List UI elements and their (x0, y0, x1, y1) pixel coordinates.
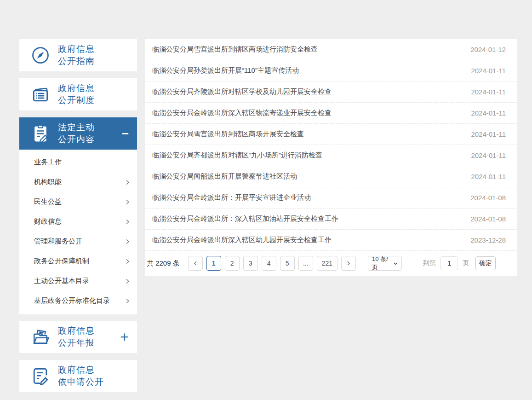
submenu-label: 政务公开保障机制 (34, 257, 89, 266)
document-pencil-icon (30, 366, 51, 386)
chevron-right-icon (124, 238, 131, 245)
news-link[interactable]: 临淄公安分局雪宫派出所到辖区商场开展安全检查 (152, 130, 462, 139)
submenu-label: 民生公益 (34, 197, 62, 206)
submenu-item-management-service[interactable]: 管理和服务公开 (19, 232, 137, 251)
chevron-down-icon (393, 261, 398, 266)
news-link[interactable]: 临淄公安分局金岭派出所深入辖区物流寄递业开展安全检查 (152, 109, 462, 117)
submenu-item-livelihood[interactable]: 民生公益 (19, 192, 137, 212)
submenu-item-org-functions[interactable]: 机构职能 (19, 172, 137, 192)
page-button-221[interactable]: 221 (317, 256, 338, 271)
expand-icon[interactable]: + (120, 330, 129, 344)
chevron-right-icon (124, 199, 131, 205)
submenu: 业务工作 机构职能 民生公益 财政信息 管理和服务公开 政务公开保障机制 主动公… (19, 150, 137, 314)
submenu-item-grassroots-catalog[interactable]: 基层政务公开标准化目录 (19, 291, 137, 311)
news-link[interactable]: 临淄公安分局闻韶派出所开展警察节进社区活动 (152, 172, 462, 181)
page-button-2[interactable]: 2 (225, 256, 240, 271)
news-date: 2024-01-11 (471, 109, 506, 117)
page-button-4[interactable]: 4 (262, 256, 276, 271)
news-row: 临淄公安分局金岭派出所：开展平安宣讲进企业活动 2024-01-08 (145, 187, 517, 209)
news-date: 2024-01-08 (470, 194, 506, 202)
page-size-value: 10 条/页 (372, 255, 393, 272)
news-row: 临淄公安分局金岭派出所深入辖区物流寄递业开展安全检查 2024-01-11 (145, 103, 517, 124)
page-size-select[interactable]: 10 条/页 (368, 256, 402, 271)
news-date: 2024-01-11 (471, 67, 506, 75)
chevron-right-icon (346, 261, 351, 266)
clipboard-pencil-icon (30, 123, 51, 144)
page-button-5[interactable]: 5 (280, 256, 295, 271)
news-row: 临淄公安分局孙娄派出所开展“110”主题宣传活动 2024-01-11 (145, 60, 517, 81)
news-link[interactable]: 临淄公安分局齐都派出所对辖区“九小场所”进行消防检查 (152, 151, 462, 160)
book-icon (30, 84, 51, 104)
sidebar-item-disclosure-upon-request[interactable]: 政府信息依申请公开 (19, 360, 137, 392)
sidebar-item-gov-info-guide[interactable]: 政府信息公开指南 (19, 39, 137, 71)
sidebar-item-gov-info-system[interactable]: 政府信息公开制度 (19, 78, 137, 110)
pagination-bar: 共 2209 条 1 2 3 4 5 ... 221 10 条/页 到第 页 确… (145, 251, 517, 276)
news-date: 2023-12-28 (470, 236, 506, 244)
news-date: 2024-01-12 (470, 46, 506, 53)
sidebar-item-label: 法定主动公开内容 (58, 122, 95, 145)
news-link[interactable]: 临淄公安分局孙娄派出所开展“110”主题宣传活动 (152, 66, 462, 75)
news-date: 2024-01-08 (470, 215, 506, 223)
sidebar-item-label: 政府信息公开指南 (58, 43, 95, 67)
submenu-item-guarantee-mechanism[interactable]: 政务公开保障机制 (19, 251, 137, 271)
news-row: 临淄公安分局齐陵派出所对辖区学校及幼儿园开展安全检查 2024-01-11 (145, 81, 517, 103)
submenu-item-business-work[interactable]: 业务工作 (19, 152, 137, 172)
news-row: 临淄公安分局金岭派出所深入辖区幼儿园开展安全检查工作 2023-12-28 (145, 230, 517, 251)
sidebar: 政府信息公开指南 政府信息公开制度 (19, 39, 137, 399)
news-link[interactable]: 临淄公安分局齐陵派出所对辖区学校及幼儿园开展安全检查 (152, 87, 462, 96)
submenu-item-basic-catalog[interactable]: 主动公开基本目录 (19, 271, 137, 291)
news-row: 临淄公安分局雪宫派出所到辖区商场进行消防安全检查 2024-01-12 (145, 39, 517, 60)
folder-icon (30, 327, 51, 347)
news-row: 临淄公安分局雪宫派出所到辖区商场开展安全检查 2024-01-11 (145, 124, 517, 145)
submenu-label: 业务工作 (34, 158, 62, 167)
news-date: 2024-01-11 (471, 151, 506, 159)
submenu-label: 管理和服务公开 (34, 237, 82, 246)
news-date: 2024-01-11 (471, 173, 506, 180)
page-button-1[interactable]: 1 (206, 256, 221, 271)
news-link[interactable]: 临淄公安分局金岭派出所深入辖区幼儿园开展安全检查工作 (152, 236, 461, 244)
submenu-item-fiscal-info[interactable]: 财政信息 (19, 212, 137, 232)
submenu-label: 财政信息 (34, 217, 62, 226)
news-link[interactable]: 临淄公安分局金岭派出所：开展平安宣讲进企业活动 (152, 193, 461, 202)
news-link[interactable]: 临淄公安分局金岭派出所：深入辖区加油站开展安全检查工作 (152, 214, 461, 223)
chevron-right-icon (124, 278, 131, 284)
goto-suffix-label: 页 (463, 259, 469, 267)
collapse-icon[interactable]: − (122, 128, 129, 139)
chevron-right-icon (124, 219, 131, 225)
chevron-right-icon (124, 258, 131, 265)
news-date: 2024-01-11 (471, 130, 506, 138)
sidebar-item-label: 政府信息依申请公开 (58, 364, 104, 388)
news-row: 临淄公安分局金岭派出所：深入辖区加油站开展安全检查工作 2024-01-08 (145, 209, 517, 230)
chevron-left-icon (193, 261, 198, 266)
news-link[interactable]: 临淄公安分局雪宫派出所到辖区商场进行消防安全检查 (152, 45, 461, 54)
chevron-right-icon (124, 298, 131, 304)
page-ellipsis-button[interactable]: ... (298, 256, 313, 271)
submenu-label: 基层政务公开标准化目录 (34, 296, 110, 305)
news-row: 临淄公安分局齐都派出所对辖区“九小场所”进行消防检查 2024-01-11 (145, 145, 517, 166)
goto-prefix-label: 到第 (423, 259, 436, 267)
page-button-3[interactable]: 3 (243, 256, 258, 271)
sidebar-item-annual-report[interactable]: 政府信息公开年报 + (19, 321, 137, 353)
prev-page-button[interactable] (188, 256, 203, 271)
goto-page-input[interactable] (440, 256, 458, 270)
submenu-label: 机构职能 (34, 178, 62, 186)
news-row: 临淄公安分局闻韶派出所开展警察节进社区活动 2024-01-11 (145, 166, 517, 187)
news-date: 2024-01-11 (471, 88, 506, 96)
chevron-right-icon (124, 179, 131, 186)
news-panel: 临淄公安分局雪宫派出所到辖区商场进行消防安全检查 2024-01-12 临淄公安… (145, 39, 517, 276)
compass-icon (30, 45, 51, 65)
sidebar-item-statutory-disclosure[interactable]: 法定主动公开内容 − (19, 117, 137, 150)
sidebar-item-label: 政府信息公开制度 (58, 82, 95, 106)
next-page-button[interactable] (341, 256, 356, 271)
confirm-button[interactable]: 确定 (475, 256, 496, 270)
sidebar-item-label: 政府信息公开年报 (58, 325, 95, 349)
total-count-label: 共 2209 条 (147, 259, 180, 268)
submenu-label: 主动公开基本目录 (34, 277, 89, 285)
